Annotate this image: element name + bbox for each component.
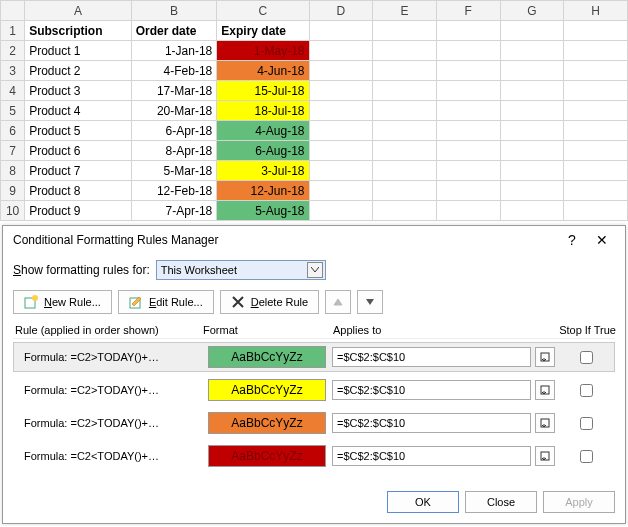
cell[interactable] xyxy=(500,41,564,61)
ok-button[interactable]: OK xyxy=(387,491,459,513)
cell[interactable] xyxy=(436,101,500,121)
row-header[interactable]: 10 xyxy=(1,201,25,221)
cell[interactable]: Product 3 xyxy=(25,81,132,101)
cell[interactable] xyxy=(436,81,500,101)
cell[interactable]: 5-Aug-18 xyxy=(217,201,309,221)
column-header[interactable]: H xyxy=(564,1,628,21)
cell[interactable] xyxy=(564,41,628,61)
cell[interactable] xyxy=(309,21,373,41)
cell[interactable] xyxy=(436,41,500,61)
move-down-button[interactable] xyxy=(357,290,383,314)
row-header[interactable]: 8 xyxy=(1,161,25,181)
cell[interactable]: Product 9 xyxy=(25,201,132,221)
applies-to-input[interactable] xyxy=(332,347,531,367)
column-header[interactable]: A xyxy=(25,1,132,21)
move-up-button[interactable] xyxy=(325,290,351,314)
cell[interactable] xyxy=(500,61,564,81)
column-header[interactable]: B xyxy=(131,1,217,21)
cell[interactable]: 6-Aug-18 xyxy=(217,141,309,161)
cell[interactable]: Subscription xyxy=(25,21,132,41)
cell[interactable] xyxy=(500,121,564,141)
cell[interactable] xyxy=(436,121,500,141)
cell[interactable]: 6-Apr-18 xyxy=(131,121,217,141)
cell[interactable]: 4-Aug-18 xyxy=(217,121,309,141)
row-header[interactable]: 9 xyxy=(1,181,25,201)
cell[interactable]: Product 6 xyxy=(25,141,132,161)
cell[interactable] xyxy=(309,41,373,61)
row-header[interactable]: 6 xyxy=(1,121,25,141)
cell[interactable] xyxy=(373,101,437,121)
row-header[interactable]: 3 xyxy=(1,61,25,81)
cell[interactable] xyxy=(564,81,628,101)
cell[interactable]: 4-Feb-18 xyxy=(131,61,217,81)
cell[interactable]: 4-Jun-18 xyxy=(217,61,309,81)
range-selector-button[interactable] xyxy=(535,413,555,433)
cell[interactable] xyxy=(309,201,373,221)
cell[interactable] xyxy=(500,101,564,121)
applies-to-input[interactable] xyxy=(332,380,531,400)
cell[interactable]: 1-Jan-18 xyxy=(131,41,217,61)
cell[interactable] xyxy=(373,61,437,81)
cell[interactable]: 8-Apr-18 xyxy=(131,141,217,161)
select-all-corner[interactable] xyxy=(1,1,25,21)
cell[interactable] xyxy=(373,161,437,181)
cell[interactable] xyxy=(500,21,564,41)
apply-button[interactable]: Apply xyxy=(543,491,615,513)
cell[interactable] xyxy=(309,181,373,201)
cell[interactable] xyxy=(500,81,564,101)
cell[interactable] xyxy=(436,181,500,201)
cell[interactable]: Order date xyxy=(131,21,217,41)
cell[interactable] xyxy=(564,181,628,201)
rule-row[interactable]: Formula: =C2>TODAY()+…AaBbCcYyZz xyxy=(13,408,615,438)
row-header[interactable]: 2 xyxy=(1,41,25,61)
cell[interactable] xyxy=(309,121,373,141)
cell[interactable]: 12-Feb-18 xyxy=(131,181,217,201)
cell[interactable]: 17-Mar-18 xyxy=(131,81,217,101)
cell[interactable] xyxy=(564,61,628,81)
column-header[interactable]: G xyxy=(500,1,564,21)
cell[interactable]: 12-Jun-18 xyxy=(217,181,309,201)
applies-to-input[interactable] xyxy=(332,413,531,433)
stop-if-true-checkbox[interactable] xyxy=(580,351,593,364)
cell[interactable]: 3-Jul-18 xyxy=(217,161,309,181)
cell[interactable]: Product 4 xyxy=(25,101,132,121)
cell[interactable] xyxy=(436,21,500,41)
cell[interactable] xyxy=(373,141,437,161)
range-selector-button[interactable] xyxy=(535,380,555,400)
cell[interactable] xyxy=(564,141,628,161)
cell[interactable] xyxy=(373,201,437,221)
cell[interactable] xyxy=(309,81,373,101)
cell[interactable] xyxy=(500,201,564,221)
rule-row[interactable]: Formula: =C2<TODAY()+…AaBbCcYyZz xyxy=(13,441,615,471)
cell[interactable] xyxy=(564,201,628,221)
row-header[interactable]: 5 xyxy=(1,101,25,121)
rule-row[interactable]: Formula: =C2>TODAY()+…AaBbCcYyZz xyxy=(13,342,615,372)
cell[interactable] xyxy=(436,161,500,181)
cell[interactable]: 1-May-18 xyxy=(217,41,309,61)
row-header[interactable]: 7 xyxy=(1,141,25,161)
column-header[interactable]: C xyxy=(217,1,309,21)
stop-if-true-checkbox[interactable] xyxy=(580,450,593,463)
cell[interactable] xyxy=(373,41,437,61)
scope-dropdown[interactable]: This Worksheet xyxy=(156,260,326,280)
row-header[interactable]: 4 xyxy=(1,81,25,101)
cell[interactable]: Product 8 xyxy=(25,181,132,201)
cell[interactable] xyxy=(309,101,373,121)
stop-if-true-checkbox[interactable] xyxy=(580,384,593,397)
cell[interactable]: Expiry date xyxy=(217,21,309,41)
cell[interactable] xyxy=(373,81,437,101)
cell[interactable]: 15-Jul-18 xyxy=(217,81,309,101)
cell[interactable] xyxy=(436,201,500,221)
cell[interactable] xyxy=(373,181,437,201)
range-selector-button[interactable] xyxy=(535,446,555,466)
row-header[interactable]: 1 xyxy=(1,21,25,41)
cell[interactable] xyxy=(373,121,437,141)
delete-rule-button[interactable]: Delete Rule xyxy=(220,290,320,314)
edit-rule-button[interactable]: Edit Rule... xyxy=(118,290,214,314)
close-button[interactable]: Close xyxy=(465,491,537,513)
help-button[interactable]: ? xyxy=(557,232,587,248)
rule-row[interactable]: Formula: =C2>TODAY()+…AaBbCcYyZz xyxy=(13,375,615,405)
cell[interactable]: 7-Apr-18 xyxy=(131,201,217,221)
cell[interactable] xyxy=(500,181,564,201)
cell[interactable]: Product 2 xyxy=(25,61,132,81)
